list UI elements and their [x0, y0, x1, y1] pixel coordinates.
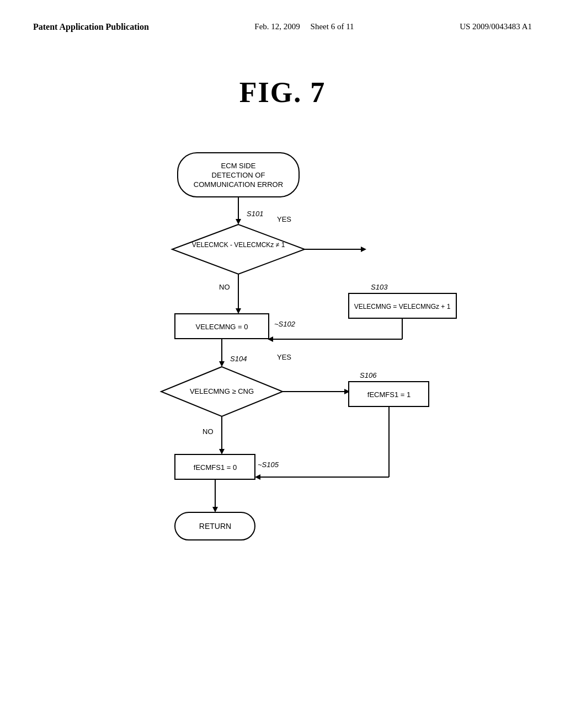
s101-label: S101	[247, 210, 263, 218]
svg-marker-19	[219, 449, 225, 454]
s105-label: ~S105	[258, 461, 279, 469]
publication-title: Patent Application Publication	[33, 22, 149, 32]
svg-marker-14	[219, 361, 225, 367]
patent-number: US 2009/0043483 A1	[460, 22, 532, 31]
box4-label: fECMFS1 = 1	[367, 390, 411, 399]
sheet-info: Sheet 6 of 11	[311, 22, 354, 31]
svg-marker-3	[172, 224, 305, 274]
box3-label: fECMFS1 = 0	[194, 463, 237, 472]
s104-label: S104	[230, 355, 247, 363]
page-header: Patent Application Publication Feb. 12, …	[0, 0, 565, 32]
start-box-line3: COMMUNICATION ERROR	[194, 180, 283, 189]
start-box-line2: DETECTION OF	[212, 171, 265, 179]
svg-marker-2	[236, 219, 241, 224]
pub-date: Feb. 12, 2009	[254, 22, 300, 31]
yes1-label: YES	[277, 215, 291, 223]
box2-label: VELECMNG = VELECMNGz + 1	[354, 303, 451, 311]
svg-marker-7	[236, 308, 241, 314]
start-box-line1: ECM SIDE	[221, 162, 256, 170]
figure-title: FIG. 7	[0, 76, 565, 109]
return-label: RETURN	[199, 522, 231, 531]
no2-label: NO	[202, 427, 214, 436]
s103-label: S103	[371, 283, 388, 291]
flowchart-diagram: ECM SIDE DETECTION OF COMMUNICATION ERRO…	[89, 142, 476, 638]
box1-label: VELECMNG = 0	[195, 323, 248, 331]
yes2-label: YES	[277, 353, 291, 361]
decision1-label: VELECMCK - VELECMCKz ≠ 1	[192, 241, 285, 249]
svg-marker-24	[255, 474, 260, 480]
decision2-label: VELECMNG ≥ CNG	[190, 387, 254, 395]
s102-label: ~S102	[274, 320, 296, 328]
svg-marker-5	[361, 247, 366, 252]
no1-label: NO	[219, 283, 230, 291]
svg-marker-26	[212, 507, 218, 512]
s106-label: S106	[360, 371, 377, 379]
header-center: Feb. 12, 2009 Sheet 6 of 11	[254, 22, 354, 31]
